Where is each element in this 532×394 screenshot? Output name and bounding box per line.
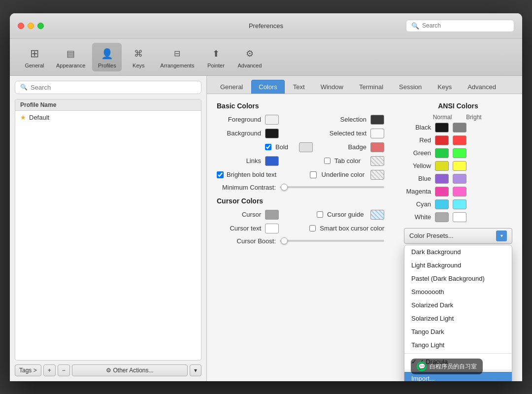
toolbar-item-pointer[interactable]: ⬆ Pointer: [201, 43, 231, 71]
links-swatch[interactable]: [265, 156, 279, 166]
cursor-boost-row: Cursor Boost:: [217, 237, 384, 245]
ansi-normal-label: Normal: [429, 114, 456, 121]
cursor-swatch[interactable]: [265, 210, 279, 220]
toolbar-item-profiles[interactable]: 👤 Profiles: [92, 43, 122, 71]
preset-item-pastel-dark[interactable]: Pastel (Dark Background): [404, 272, 512, 285]
tab-text[interactable]: Text: [286, 80, 312, 94]
cursor-boost-slider[interactable]: [280, 240, 384, 242]
background-label: Background: [217, 130, 261, 137]
toolbar-item-advanced[interactable]: ⚙ Advanced: [233, 43, 266, 71]
ansi-normal-blue[interactable]: [435, 174, 449, 184]
ansi-name-blue: Blue: [404, 175, 431, 182]
toolbar-label-pointer: Pointer: [207, 63, 225, 68]
close-button[interactable]: [18, 23, 24, 29]
titlebar-search[interactable]: 🔍: [406, 20, 514, 32]
bold-swatch[interactable]: [299, 142, 313, 152]
ansi-bright-red[interactable]: [453, 135, 466, 145]
ansi-normal-yellow[interactable]: [435, 161, 449, 171]
tab-color-checkbox[interactable]: [324, 158, 331, 164]
ansi-colors-title: ANSI Colors: [404, 102, 512, 110]
star-icon: ★: [20, 114, 26, 121]
cursor-boost-thumb[interactable]: [281, 237, 288, 244]
preset-item-smoooooth[interactable]: Smoooooth: [404, 285, 512, 298]
other-actions-button[interactable]: ⚙ Other Actions...: [72, 364, 188, 376]
sidebar-search-input[interactable]: [31, 84, 196, 91]
color-presets-button[interactable]: Color Presets... ▾: [404, 228, 512, 244]
preset-item-light-bg[interactable]: Light Background: [404, 259, 512, 272]
ansi-row-cyan: Cyan: [404, 199, 512, 209]
cursor-guide-checkbox[interactable]: [317, 211, 323, 218]
maximize-button[interactable]: [37, 23, 44, 29]
other-actions-dropdown[interactable]: ▾: [190, 364, 201, 376]
toolbar-label-general: General: [25, 63, 44, 68]
tab-session[interactable]: Session: [392, 80, 429, 94]
min-contrast-thumb[interactable]: [281, 184, 288, 191]
ansi-normal-green[interactable]: [435, 148, 449, 158]
brighten-bold-checkbox[interactable]: [217, 171, 224, 178]
ansi-bright-black[interactable]: [453, 123, 466, 132]
badge-swatch[interactable]: [370, 142, 384, 152]
profile-list: Profile Name ★ Default: [15, 99, 201, 361]
ansi-bright-cyan[interactable]: [453, 199, 466, 209]
tab-general[interactable]: General: [213, 80, 250, 94]
pointer-icon: ⬆: [208, 46, 224, 62]
ansi-name-white: White: [404, 213, 431, 221]
min-contrast-slider[interactable]: [280, 186, 384, 188]
preset-item-solarized-light[interactable]: Solarized Light: [404, 312, 512, 325]
tab-window[interactable]: Window: [313, 80, 351, 94]
remove-profile-button[interactable]: −: [58, 364, 70, 376]
underline-color-checkbox[interactable]: [310, 171, 317, 178]
toolbar-item-arrangements[interactable]: ⊟ Arrangements: [155, 43, 199, 71]
sidebar-actions: Tags > + − ⚙ Other Actions... ▾: [15, 364, 201, 376]
ansi-bright-magenta[interactable]: [453, 187, 466, 197]
preset-item-tango-dark[interactable]: Tango Dark: [404, 325, 512, 338]
sidebar-search-box[interactable]: 🔍: [15, 81, 201, 94]
ansi-normal-black[interactable]: [435, 123, 449, 132]
preset-item-solarized-dark[interactable]: Solarized Dark: [404, 298, 512, 312]
preset-item-tango-light[interactable]: Tango Light: [404, 338, 512, 352]
general-icon: ⊞: [27, 46, 42, 62]
tab-colors[interactable]: Colors: [251, 80, 285, 94]
tab-color-swatch[interactable]: [370, 156, 384, 166]
links-row: Links Tab color: [217, 156, 384, 166]
color-presets-arrow[interactable]: ▾: [496, 230, 507, 241]
ansi-normal-red[interactable]: [435, 135, 449, 145]
add-profile-button[interactable]: +: [43, 364, 56, 376]
ansi-bright-green[interactable]: [453, 148, 466, 158]
profile-item-default[interactable]: ★ Default: [15, 111, 201, 124]
foreground-swatch[interactable]: [265, 115, 279, 125]
background-row: Background Selected text: [217, 129, 384, 138]
underline-color-swatch[interactable]: [370, 170, 384, 180]
tags-button[interactable]: Tags >: [15, 364, 41, 376]
color-presets-label: Color Presets...: [409, 232, 454, 239]
basic-colors-section: Basic Colors Foreground Selection Backgr…: [217, 102, 384, 381]
titlebar-search-input[interactable]: [422, 22, 509, 29]
minimize-button[interactable]: [28, 23, 34, 29]
background-swatch[interactable]: [265, 129, 279, 138]
preset-item-dark-bg[interactable]: Dark Background: [404, 245, 512, 259]
selected-text-swatch[interactable]: [370, 129, 384, 138]
toolbar-item-keys[interactable]: ⌘ Keys: [124, 43, 153, 71]
smart-box-checkbox[interactable]: [309, 225, 316, 231]
ansi-bright-label: Bright: [460, 114, 488, 121]
cursor-text-swatch[interactable]: [265, 224, 279, 233]
tab-terminal[interactable]: Terminal: [352, 80, 391, 94]
toolbar-item-general[interactable]: ⊞ General: [20, 43, 49, 71]
ansi-row-white: White: [404, 212, 512, 222]
cursor-boost-label: Cursor Boost:: [217, 237, 276, 245]
selection-swatch[interactable]: [370, 115, 384, 125]
tab-keys[interactable]: Keys: [430, 80, 459, 94]
ansi-bright-blue[interactable]: [453, 174, 466, 184]
toolbar-item-appearance[interactable]: ▤ Appearance: [51, 43, 90, 71]
ansi-normal-cyan[interactable]: [435, 199, 449, 209]
sidebar-search-icon: 🔍: [20, 84, 28, 91]
tab-advanced[interactable]: Advanced: [460, 80, 503, 94]
cursor-guide-swatch[interactable]: [370, 210, 384, 220]
bold-checkbox[interactable]: [265, 144, 271, 150]
ansi-normal-magenta[interactable]: [435, 187, 449, 197]
ansi-colors-section: ANSI Colors Normal Bright Black Red Gree…: [404, 102, 512, 381]
ansi-bright-yellow[interactable]: [453, 161, 466, 171]
ansi-bright-white[interactable]: [453, 212, 466, 222]
ansi-normal-white[interactable]: [435, 212, 449, 222]
ansi-name-cyan: Cyan: [404, 200, 431, 208]
